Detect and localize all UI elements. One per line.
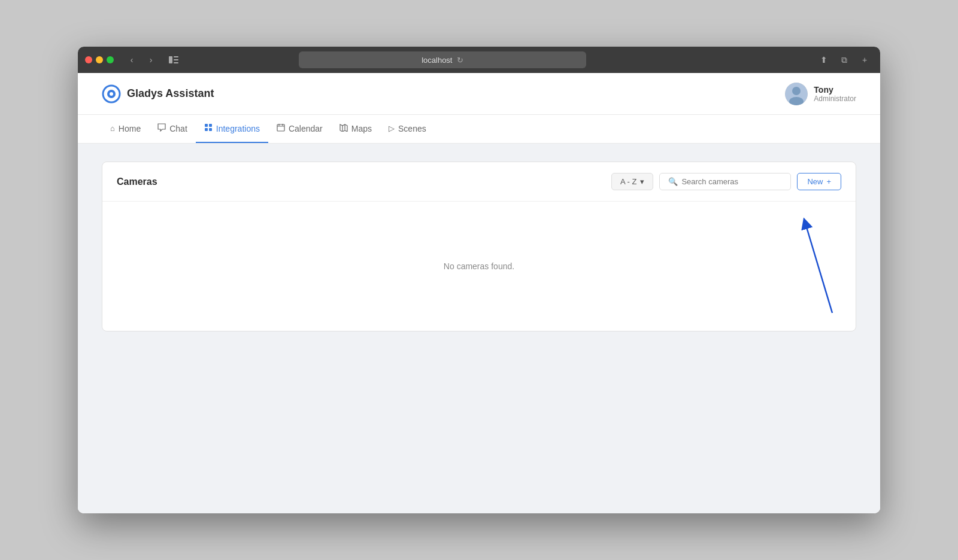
app-content: Gladys Assistant Tony Administrator: [78, 73, 880, 513]
app-logo: Gladys Assistant: [102, 84, 214, 104]
nav-item-chat[interactable]: Chat: [149, 115, 196, 143]
forward-button[interactable]: ›: [143, 53, 159, 66]
minimize-button[interactable]: [96, 56, 103, 63]
search-box: 🔍: [659, 173, 791, 190]
nav-label-calendar: Calendar: [289, 124, 323, 133]
app-name: Gladys Assistant: [127, 87, 214, 100]
svg-rect-11: [209, 124, 212, 127]
svg-rect-12: [205, 128, 208, 131]
user-role: Administrator: [814, 95, 856, 103]
app-header: Gladys Assistant Tony Administrator: [78, 73, 880, 115]
home-icon: ⌂: [110, 124, 115, 133]
nav-label-integrations: Integrations: [216, 124, 260, 133]
new-camera-button[interactable]: New +: [797, 173, 841, 190]
toolbar-right: ⬆ ⧉ +: [815, 53, 873, 66]
app-logo-icon: [102, 84, 121, 104]
maximize-button[interactable]: [107, 56, 114, 63]
search-input[interactable]: [681, 177, 782, 186]
scenes-icon: ▷: [389, 124, 395, 133]
svg-point-8: [792, 87, 801, 95]
nav-label-maps: Maps: [351, 124, 372, 133]
svg-rect-0: [169, 56, 172, 63]
share-button[interactable]: ⬆: [815, 53, 832, 66]
avatar: [785, 83, 808, 105]
nav-item-home[interactable]: ⌂ Home: [102, 115, 149, 143]
reload-button[interactable]: ↻: [457, 56, 463, 65]
new-plus-icon: +: [826, 177, 831, 186]
empty-state-text: No cameras found.: [444, 261, 514, 271]
nav-item-integrations[interactable]: Integrations: [196, 115, 268, 143]
svg-rect-2: [174, 59, 178, 60]
close-button[interactable]: [85, 56, 92, 63]
title-bar: ‹ › localhost ↻ ⬆ ⧉ +: [78, 47, 880, 73]
address-bar[interactable]: localhost ↻: [299, 51, 586, 68]
sort-button[interactable]: A - Z ▾: [611, 173, 653, 190]
traffic-lights: [85, 56, 114, 63]
cameras-card: Cameras A - Z ▾ 🔍 New +: [102, 162, 856, 331]
add-tab-button[interactable]: +: [856, 53, 873, 66]
nav-label-chat: Chat: [169, 124, 187, 133]
svg-rect-13: [209, 128, 212, 131]
address-text: localhost: [422, 56, 452, 65]
nav-label-home: Home: [119, 124, 141, 133]
nav-label-scenes: Scenes: [398, 124, 426, 133]
nav-item-scenes[interactable]: ▷ Scenes: [380, 115, 435, 143]
svg-rect-14: [277, 124, 284, 131]
duplicate-button[interactable]: ⧉: [836, 53, 853, 66]
nav-buttons: ‹ ›: [123, 53, 159, 66]
svg-rect-3: [174, 62, 178, 63]
user-details: Tony Administrator: [814, 85, 856, 103]
user-info: Tony Administrator: [785, 83, 856, 105]
integrations-icon: [204, 123, 213, 133]
maps-icon: [339, 123, 348, 133]
cameras-title: Cameras: [117, 176, 157, 187]
app-nav: ⌂ Home Chat: [78, 115, 880, 144]
nav-item-maps[interactable]: Maps: [331, 115, 380, 143]
new-button-label: New: [807, 177, 823, 186]
main-body: Cameras A - Z ▾ 🔍 New +: [78, 144, 880, 513]
sidebar-toggle-button[interactable]: [165, 53, 182, 66]
user-name: Tony: [814, 85, 856, 95]
svg-point-6: [110, 92, 113, 96]
sort-chevron-icon: ▾: [640, 177, 644, 186]
cameras-controls: A - Z ▾ 🔍 New +: [611, 173, 841, 190]
back-button[interactable]: ‹: [123, 53, 140, 66]
search-icon: 🔍: [668, 177, 678, 186]
svg-rect-1: [174, 56, 178, 57]
chat-icon: [157, 123, 166, 133]
cameras-body: No cameras found.: [102, 202, 856, 331]
calendar-icon: [277, 123, 285, 133]
browser-window: ‹ › localhost ↻ ⬆ ⧉ +: [78, 47, 880, 513]
nav-item-calendar[interactable]: Calendar: [268, 115, 331, 143]
svg-rect-10: [205, 124, 208, 127]
cameras-header: Cameras A - Z ▾ 🔍 New +: [102, 162, 856, 202]
sort-label: A - Z: [620, 177, 636, 186]
